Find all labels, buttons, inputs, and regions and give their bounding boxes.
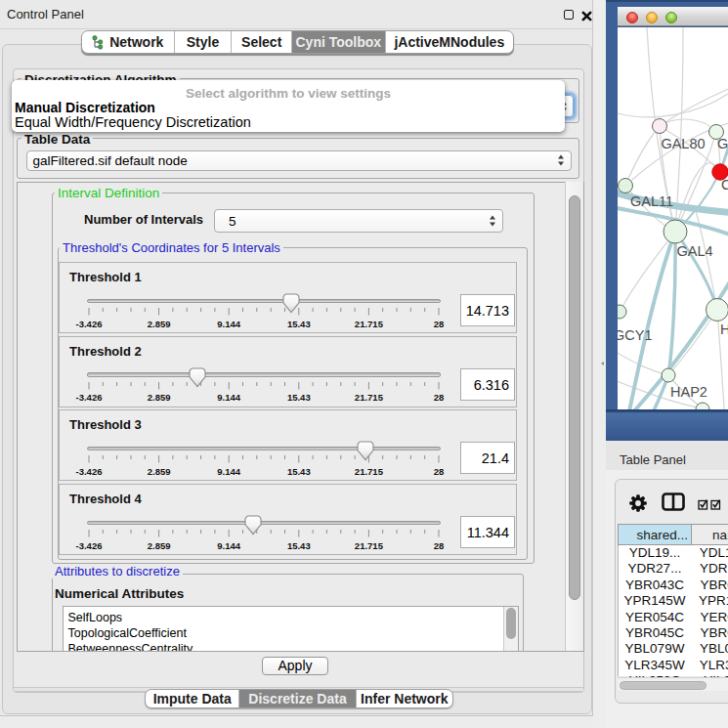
svg-text:HAP2: HAP2 [670,384,707,400]
svg-text:C: C [721,177,728,193]
svg-text:GAL80: GAL80 [661,136,705,151]
svg-text:H: H [720,321,728,337]
svg-text:GA: GA [717,136,728,151]
svg-text:GAL4: GAL4 [676,243,712,259]
svg-text:GCY1: GCY1 [618,327,653,343]
svg-text:GAL11: GAL11 [630,193,673,209]
